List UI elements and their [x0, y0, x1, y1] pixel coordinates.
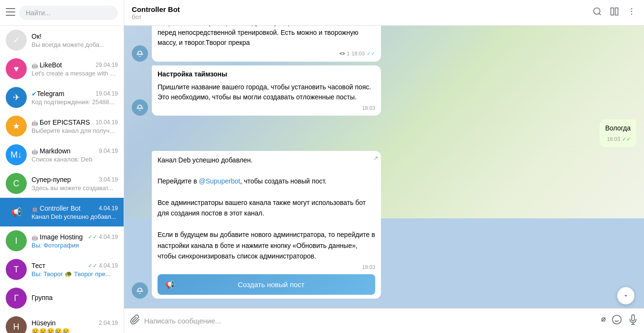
- message-row-timezone: Настройка таймзоны Пришлите название ваш…: [132, 65, 636, 116]
- chat-header-icons: [592, 7, 636, 19]
- bot-link[interactable]: @Supuperbot: [199, 177, 241, 185]
- timezone-message-bubble: Настройка таймзоны Пришлите название ваш…: [152, 65, 381, 116]
- bot-icon: 🤖: [32, 235, 40, 240]
- chat-list-item[interactable]: Г Группа: [0, 284, 124, 312]
- sidebar-header: [0, 0, 124, 26]
- svg-point-8: [631, 11, 633, 12]
- chat-preview: Здесь вы можете создават...: [32, 184, 118, 192]
- chat-top: Ок!: [32, 32, 118, 40]
- emoji-icon[interactable]: [612, 314, 622, 327]
- message-input[interactable]: [144, 317, 597, 325]
- chat-preview: Выберите канал для получе...: [32, 127, 118, 134]
- search-input[interactable]: [19, 6, 118, 20]
- avatar: I: [6, 230, 27, 251]
- avatar: С: [6, 173, 27, 194]
- channel-added-bubble: ↗ Канал Deb успешно добавлен. Перейдите …: [152, 151, 381, 299]
- chat-preview: Канал Deb успешно добавл...: [32, 213, 118, 220]
- chat-time: 19.04.19: [95, 90, 118, 97]
- city-text: Вологда: [605, 124, 631, 132]
- avatar: ♥: [6, 58, 27, 79]
- chat-list-item[interactable]: ♥ 🤖 LikeBot 29.04.19 Let's create a mess…: [0, 54, 124, 83]
- time-label-2: 18:03: [362, 104, 375, 112]
- input-area: ⌀: [124, 308, 644, 333]
- corner-redirect-icon: ↗: [373, 154, 378, 162]
- svg-point-7: [631, 8, 633, 10]
- scroll-down-button[interactable]: [617, 287, 634, 304]
- create-post-label: Создать новый пост: [175, 280, 368, 289]
- chat-list-item[interactable]: ✈ ✔Telegram 19.04.19 Код подтверждения: …: [0, 83, 124, 112]
- svg-rect-1: [6, 11, 15, 12]
- chat-info: Группа: [32, 294, 118, 302]
- input-action-icons: ⌀: [601, 314, 638, 327]
- chat-name: 🤖 Image Hosting: [32, 233, 83, 241]
- chat-time: 29.04.19: [95, 62, 118, 68]
- chat-name: Ок!: [32, 32, 42, 40]
- columns-icon[interactable]: [610, 7, 619, 19]
- message-time-2: 18:03: [158, 104, 375, 112]
- chat-list-item[interactable]: Т Тест ✓✓ 4.04.19 Вы: Творог 🐢 Творог пр…: [0, 255, 124, 284]
- create-post-button[interactable]: 📢 Создать новый пост: [158, 274, 375, 295]
- chat-list-item[interactable]: С Супер-пупер 3.04.19 Здесь вы можете со…: [0, 169, 124, 198]
- delivered-icon: ✓✓: [88, 262, 97, 269]
- message-text: вечернего перекуса. Мышцы будут получать…: [158, 26, 375, 48]
- chat-info: 🤖 LikeBot 29.04.19 Let's create a messag…: [32, 61, 118, 77]
- avatar: Г: [6, 288, 27, 309]
- chat-list: ✓ Ок! Вы всегда можете доба... ♥ 🤖 LikeB…: [0, 26, 124, 333]
- chat-info: 🤖 Бот EPICSTARS 10.04.19 Выберите канал …: [32, 118, 118, 134]
- chat-list-item[interactable]: ✓ Ок! Вы всегда можете доба...: [0, 26, 124, 54]
- attach-icon[interactable]: [130, 314, 140, 327]
- chat-list-item[interactable]: I 🤖 Image Hosting ✓✓ 4.04.19 Вы: Фотогра…: [0, 226, 124, 255]
- chat-list-item[interactable]: 📢 🤖 Controller Bot 4.04.19 Канал Deb усп…: [0, 198, 124, 226]
- slash-command-icon[interactable]: ⌀: [601, 314, 606, 327]
- chat-top: 🤖 Бот EPICSTARS 10.04.19: [32, 118, 118, 126]
- bot-icon: 🤖: [32, 63, 40, 68]
- mic-icon[interactable]: [628, 314, 638, 327]
- chat-info: Супер-пупер 3.04.19 Здесь вы можете созд…: [32, 176, 118, 192]
- svg-rect-2: [6, 15, 15, 16]
- svg-point-9: [631, 14, 633, 15]
- chat-name: 🤖 Markdown: [32, 147, 71, 155]
- chat-list-item[interactable]: M↓ 🤖 Markdown 9.04.19 Список каналов: De…: [0, 140, 124, 169]
- chat-preview: Список каналов: Deb: [32, 156, 118, 163]
- chat-title: Controller Bot: [132, 5, 180, 13]
- message-title: Настройка таймзоны: [158, 69, 375, 79]
- chat-time: 2.04.19: [99, 320, 118, 326]
- avatar: 📢: [6, 202, 27, 223]
- chat-top: ✔Telegram 19.04.19: [32, 90, 118, 97]
- double-check-icon: ✓✓: [622, 135, 631, 143]
- chat-info: Hüseyin 2.04.19 😢😢😢😢😢: [32, 319, 118, 333]
- bot-icon: 🤖: [32, 149, 40, 154]
- channel-added-time: 18:03: [158, 263, 375, 271]
- chat-background: вечернего перекуса. Мышцы будут получать…: [124, 26, 644, 308]
- outgoing-time: 18:03 ✓✓: [605, 135, 631, 143]
- bot-avatar-2: [132, 99, 148, 116]
- chat-list-item[interactable]: ★ 🤖 Бот EPICSTARS 10.04.19 Выберите кана…: [0, 112, 124, 140]
- more-options-icon[interactable]: [627, 7, 636, 19]
- chat-time: 10.04.19: [95, 119, 118, 126]
- hamburger-menu-icon[interactable]: [6, 7, 15, 18]
- chat-name: 🤖 Бот EPICSTARS: [32, 118, 90, 126]
- chat-top: Группа: [32, 294, 118, 301]
- svg-point-3: [594, 8, 600, 14]
- chat-header: Controller Bot бот: [124, 0, 644, 26]
- chat-info: 🤖 Image Hosting ✓✓ 4.04.19 Вы: Фотографи…: [32, 233, 118, 249]
- chat-name: Супер-пупер: [32, 176, 71, 183]
- chat-name: Тест: [32, 262, 45, 269]
- bot-avatar: [132, 45, 148, 62]
- svg-point-10: [612, 315, 621, 324]
- main-chat: Controller Bot бот: [124, 0, 644, 333]
- chat-name: ✔Telegram: [32, 90, 64, 97]
- chat-list-item[interactable]: H Hüseyin 2.04.19 😢😢😢😢😢: [0, 312, 124, 333]
- svg-rect-6: [615, 8, 618, 15]
- bot-icon: 🤖: [32, 120, 40, 126]
- chat-info: Тест ✓✓ 4.04.19 Вы: Творог 🐢 Творог пре.…: [32, 262, 118, 278]
- verified-icon: ✔: [32, 90, 37, 97]
- chat-top: 🤖 Controller Bot 4.04.19: [32, 204, 118, 212]
- search-icon[interactable]: [592, 7, 602, 19]
- chat-status: бот: [132, 13, 180, 21]
- create-post-button-row: 📢 Создать новый пост: [158, 274, 375, 295]
- bot-icon: 🤖: [32, 206, 40, 212]
- time-label-3: 18:03: [607, 135, 620, 143]
- message-row: вечернего перекуса. Мышцы будут получать…: [132, 26, 636, 62]
- chat-top: Hüseyin 2.04.19: [32, 319, 118, 327]
